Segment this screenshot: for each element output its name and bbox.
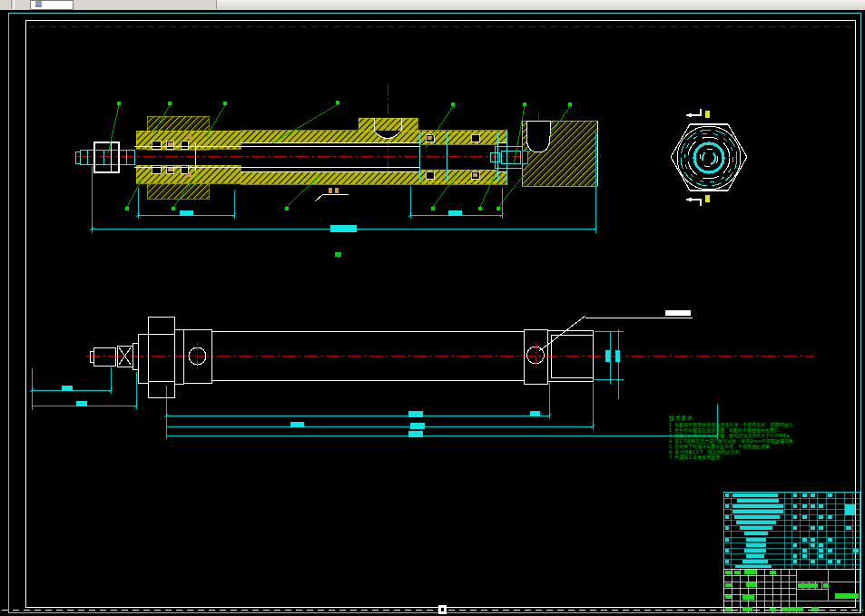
rear-end-cap [522, 121, 598, 186]
drawing-canvas: 技术要求 1. 装配前所有零件用煤油清洗干净，不得有毛刺、切屑和油污。 2. 密… [0, 0, 865, 616]
port-label-text [665, 310, 691, 316]
grip-handle[interactable] [438, 605, 447, 614]
tech-note-line: 7. 外露加工表面发黑处理。 [669, 455, 724, 461]
tech-notes-heading: 技术要求 [668, 415, 693, 422]
cad-application-window: ▦ [0, 0, 865, 616]
rear-port-cavity [526, 121, 550, 152]
green-text-mark [335, 252, 341, 257]
